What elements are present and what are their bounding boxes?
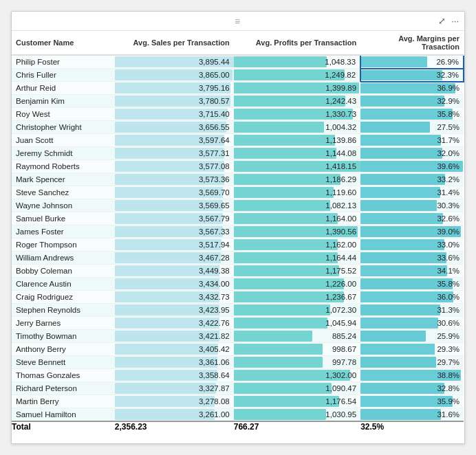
cell-profits: 1,162.00 <box>234 238 360 252</box>
more-button[interactable]: ··· <box>451 16 459 26</box>
cell-margins: 36.9% <box>360 82 464 95</box>
cell-margins: 31.7% <box>360 134 464 147</box>
cell-profits: 1,418.15 <box>234 160 360 173</box>
cell-name: Timothy Bowman <box>12 330 115 343</box>
drag-icon[interactable]: ≡ <box>235 16 241 27</box>
cell-sales: 3,895.44 <box>115 55 234 69</box>
cell-margins: 31.4% <box>360 186 464 199</box>
cell-sales: 3,865.00 <box>115 69 234 82</box>
cell-sales: 3,517.94 <box>115 238 234 252</box>
total-sales: 2,356.23 <box>115 421 234 432</box>
col-header-margins[interactable]: Avg. Margins per Trasaction <box>360 31 464 55</box>
cell-margins: 29.7% <box>360 356 464 369</box>
cell-sales: 3,780.57 <box>115 95 234 108</box>
cell-name: Steve Sanchez <box>12 186 115 199</box>
total-label: Total <box>12 421 115 432</box>
cell-name: Samuel Burke <box>12 212 115 225</box>
cell-profits: 1,045.94 <box>234 317 360 330</box>
cell-margins: 27.5% <box>360 121 464 134</box>
cell-sales: 3,715.40 <box>115 108 234 121</box>
cell-profits: 1,164.44 <box>234 252 360 265</box>
cell-margins: 32.6% <box>360 212 464 225</box>
table-row: Craig Rodriguez3,432.731,236.6736.0% <box>12 291 464 304</box>
table-row: Jeremy Schmidt3,577.311,144.0832.0% <box>12 147 464 160</box>
cell-name: Arthur Reid <box>12 82 115 95</box>
cell-name: Jerry Barnes <box>12 317 115 330</box>
cell-margins: 33.2% <box>360 173 464 186</box>
cell-margins: 29.3% <box>360 343 464 356</box>
cell-name: Juan Scott <box>12 134 115 147</box>
cell-sales: 3,422.76 <box>115 317 234 330</box>
cell-margins: 26.9% <box>360 55 464 69</box>
table-row: Stephen Reynolds3,423.951,072.3031.3% <box>12 304 464 317</box>
total-row: Total 2,356.23 766.27 32.5% <box>12 421 464 432</box>
cell-sales: 3,577.08 <box>115 160 234 173</box>
topbar-actions: ⤢ ··· <box>438 16 459 26</box>
cell-name: Stephen Reynolds <box>12 304 115 317</box>
cell-sales: 3,795.16 <box>115 82 234 95</box>
cell-sales: 3,423.95 <box>115 304 234 317</box>
cell-profits: 1,330.73 <box>234 108 360 121</box>
col-header-profits[interactable]: Avg. Profits per Transaction <box>234 31 360 55</box>
table-body: Philip Foster3,895.441,048.3326.9%Chris … <box>12 55 464 421</box>
cell-margins: 30.6% <box>360 317 464 330</box>
table-row: Timothy Bowman3,421.82885.2425.9% <box>12 330 464 343</box>
cell-profits: 1,090.47 <box>234 382 360 395</box>
cell-profits: 1,226.00 <box>234 278 360 291</box>
cell-margins: 35.8% <box>360 278 464 291</box>
cell-profits: 1,186.29 <box>234 173 360 186</box>
cell-profits: 1,082.13 <box>234 199 360 212</box>
cell-name: Roy West <box>12 108 115 121</box>
cell-sales: 3,432.73 <box>115 291 234 304</box>
cell-profits: 1,399.89 <box>234 82 360 95</box>
cell-margins: 32.0% <box>360 147 464 160</box>
table-row: Jerry Barnes3,422.761,045.9430.6% <box>12 317 464 330</box>
table-row: Samuel Hamilton3,261.001,030.9531.6% <box>12 408 464 422</box>
cell-name: Mark Spencer <box>12 173 115 186</box>
cell-margins: 33.0% <box>360 238 464 252</box>
cell-profits: 1,072.30 <box>234 304 360 317</box>
cell-sales: 3,327.87 <box>115 382 234 395</box>
expand-button[interactable]: ⤢ <box>438 16 446 26</box>
cell-margins: 35.9% <box>360 395 464 408</box>
cell-name: Samuel Hamilton <box>12 408 115 422</box>
cell-sales: 3,278.08 <box>115 395 234 408</box>
table-row: Samuel Burke3,567.791,164.0032.6% <box>12 212 464 225</box>
cell-name: Raymond Roberts <box>12 160 115 173</box>
cell-name: Martin Berry <box>12 395 115 408</box>
cell-name: Anthony Berry <box>12 343 115 356</box>
table-row: Clarence Austin3,434.001,226.0035.8% <box>12 278 464 291</box>
cell-name: James Foster <box>12 225 115 238</box>
total-profits: 766.27 <box>234 421 360 432</box>
table-row: Mark Spencer3,573.361,186.2933.2% <box>12 173 464 186</box>
cell-name: Philip Foster <box>12 55 115 69</box>
cell-profits: 1,176.54 <box>234 395 360 408</box>
cell-margins: 31.6% <box>360 408 464 422</box>
cell-sales: 3,421.82 <box>115 330 234 343</box>
cell-sales: 3,656.55 <box>115 121 234 134</box>
cell-sales: 3,405.42 <box>115 343 234 356</box>
cell-margins: 34.1% <box>360 265 464 278</box>
cell-sales: 3,567.33 <box>115 225 234 238</box>
cell-name: Chris Fuller <box>12 69 115 82</box>
table-scroll[interactable]: Customer Name Avg. Sales per Transaction… <box>12 31 464 443</box>
table-row: Roger Thompson3,517.941,162.0033.0% <box>12 238 464 252</box>
cell-sales: 3,577.31 <box>115 147 234 160</box>
cell-name: Wayne Johnson <box>12 199 115 212</box>
cell-margins: 25.9% <box>360 330 464 343</box>
total-margins: 32.5% <box>360 421 464 432</box>
cell-margins: 32.9% <box>360 95 464 108</box>
data-table: Customer Name Avg. Sales per Transaction… <box>12 31 464 432</box>
cell-margins: 39.6% <box>360 160 464 173</box>
cell-name: Benjamin Kim <box>12 95 115 108</box>
table-row: Anthony Berry3,405.42998.6729.3% <box>12 343 464 356</box>
cell-sales: 3,449.38 <box>115 265 234 278</box>
cell-margins: 38.8% <box>360 369 464 382</box>
table-row: Martin Berry3,278.081,176.5435.9% <box>12 395 464 408</box>
cell-name: Roger Thompson <box>12 238 115 252</box>
widget-topbar: ≡ ⤢ ··· <box>12 12 464 31</box>
cell-sales: 3,573.36 <box>115 173 234 186</box>
col-header-sales[interactable]: Avg. Sales per Transaction <box>115 31 234 55</box>
cell-sales: 3,569.65 <box>115 199 234 212</box>
cell-sales: 3,467.28 <box>115 252 234 265</box>
